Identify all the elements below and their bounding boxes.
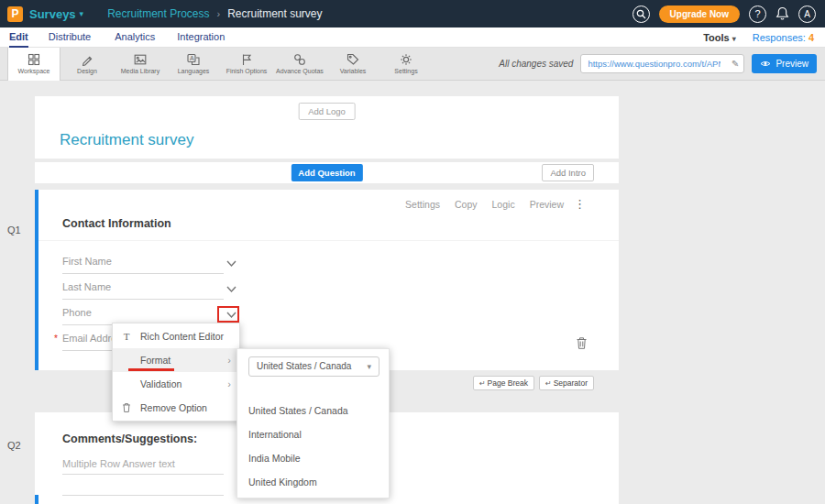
toolbar-label: Workspace xyxy=(18,68,50,74)
question-copy-button[interactable]: Copy xyxy=(455,199,478,210)
format-option-united-kingdom[interactable]: United Kingdom xyxy=(237,470,389,494)
toolbar-label: Media Library xyxy=(121,68,160,74)
variables-tag-icon xyxy=(346,53,359,66)
breadcrumb-separator: › xyxy=(217,8,221,19)
chevron-down-icon[interactable] xyxy=(226,259,237,268)
toolbar-item-design[interactable]: Design xyxy=(60,48,114,81)
tools-caret-icon: ▾ xyxy=(732,35,736,43)
add-intro-button[interactable]: Add Intro xyxy=(542,164,594,181)
question-more-menu-icon[interactable]: ⋮ xyxy=(574,197,586,211)
menu-item-label: Rich Content Editor xyxy=(140,331,224,342)
upgrade-now-button[interactable]: Upgrade Now xyxy=(659,5,740,23)
question-preview-button[interactable]: Preview xyxy=(530,199,564,210)
section-tabs: Edit Distribute Analytics Integration To… xyxy=(0,27,825,48)
quotas-chain-icon xyxy=(293,53,306,66)
tab-analytics[interactable]: Analytics xyxy=(115,27,155,48)
delete-question-trash-icon[interactable] xyxy=(576,336,588,350)
menu-item-label: Format xyxy=(140,355,170,366)
builder-toolbar: Workspace Design Media Library A Languag… xyxy=(0,48,825,81)
add-question-row: Add Question Add Intro xyxy=(35,162,619,183)
survey-url-input[interactable] xyxy=(581,59,720,69)
tab-edit[interactable]: Edit xyxy=(9,27,28,48)
toolbar-label: Finish Options xyxy=(226,68,268,74)
search-icon[interactable] xyxy=(632,5,650,23)
survey-url-box: ✎ xyxy=(580,54,744,73)
survey-canvas: Add Logo Recruitment survey Add Question… xyxy=(0,81,825,504)
menu-item-rich-content-editor[interactable]: T Rich Content Editor xyxy=(113,324,239,348)
user-avatar[interactable]: A xyxy=(798,5,816,23)
toolbar-label: Settings xyxy=(394,68,417,74)
toolbar-item-languages[interactable]: A Languages xyxy=(167,48,220,81)
topbar-actions: Upgrade Now ? A xyxy=(632,5,816,23)
toolbar-label: Languages xyxy=(178,68,210,74)
format-option-us-canada[interactable]: United States / Canada xyxy=(237,399,389,422)
tools-menu[interactable]: Tools ▾ xyxy=(703,32,736,43)
multi-row-answer-placeholder[interactable]: Multiple Row Answer text xyxy=(62,458,175,469)
toolbar-item-workspace[interactable]: Workspace xyxy=(7,48,60,81)
help-icon[interactable]: ? xyxy=(749,5,766,23)
languages-translate-icon: A xyxy=(187,53,200,66)
toolbar-item-media-library[interactable]: Media Library xyxy=(114,48,167,81)
answer-line xyxy=(62,474,224,475)
menu-item-validation[interactable]: Validation › xyxy=(113,372,239,396)
toolbar-item-variables[interactable]: Variables xyxy=(326,48,380,81)
edit-url-pencil-icon[interactable]: ✎ xyxy=(732,59,739,69)
question-logic-button[interactable]: Logic xyxy=(492,199,515,210)
add-logo-button[interactable]: Add Logo xyxy=(298,103,356,120)
surveys-menu[interactable]: Surveys xyxy=(29,7,76,21)
answer-line xyxy=(62,495,224,496)
field-row-last-name[interactable]: Last Name xyxy=(62,281,224,300)
format-submenu-panel: United States / Canada ▾ United States /… xyxy=(236,348,390,499)
menu-item-remove-option[interactable]: Remove Option xyxy=(113,396,239,420)
questionpro-logo-icon[interactable]: P xyxy=(7,6,23,22)
workspace-grid-icon xyxy=(28,53,40,66)
return-icon: ↵ xyxy=(545,379,552,388)
menu-item-label: Remove Option xyxy=(140,402,207,413)
settings-gear-icon xyxy=(400,53,412,66)
preview-button[interactable]: Preview xyxy=(752,54,817,73)
format-options-list: United States / Canada International Ind… xyxy=(237,399,389,494)
trash-icon xyxy=(113,402,140,413)
tab-distribute[interactable]: Distribute xyxy=(49,27,91,48)
format-select[interactable]: United States / Canada ▾ xyxy=(248,356,380,377)
question-divider xyxy=(38,240,619,241)
survey-builder-app: P Surveys ▾ Recruitment Process › Recrui… xyxy=(0,0,825,504)
separator-button[interactable]: ↵Separator xyxy=(539,376,594,390)
preview-label: Preview xyxy=(776,59,808,69)
question-settings-button[interactable]: Settings xyxy=(405,199,440,210)
question-badge-q2: Q2 xyxy=(7,440,21,451)
responses-link[interactable]: Responses: 4 xyxy=(753,32,814,43)
submenu-chevron-icon: › xyxy=(227,355,231,366)
select-caret-icon: ▾ xyxy=(367,357,371,376)
field-row-first-name[interactable]: First Name xyxy=(62,256,224,274)
responses-count: 4 xyxy=(808,32,814,43)
toolbar-item-settings[interactable]: Settings xyxy=(380,48,433,81)
question-title-q2[interactable]: Comments/Suggestions: xyxy=(62,433,197,445)
submenu-chevron-icon: › xyxy=(227,378,231,389)
return-icon: ↵ xyxy=(479,379,486,388)
breadcrumb-current: Recruitment survey xyxy=(227,7,322,20)
rich-text-icon: T xyxy=(113,331,140,342)
media-image-icon xyxy=(134,53,147,66)
required-asterisk: * xyxy=(54,334,58,344)
notifications-bell-icon[interactable] xyxy=(776,6,789,21)
svg-text:A: A xyxy=(190,55,194,61)
eye-icon xyxy=(760,60,771,68)
save-status-text: All changes saved xyxy=(499,59,573,69)
surveys-caret-icon[interactable]: ▾ xyxy=(80,9,84,18)
page-break-button[interactable]: ↵Page Break xyxy=(473,376,534,390)
tab-integration[interactable]: Integration xyxy=(177,27,225,48)
toolbar-item-advance-quotas[interactable]: Advance Quotas xyxy=(273,48,326,81)
format-option-india-mobile[interactable]: India Mobile xyxy=(237,446,389,470)
annotation-underline xyxy=(128,368,174,371)
format-option-international[interactable]: International xyxy=(237,422,389,446)
toolbar-item-finish-options[interactable]: Finish Options xyxy=(220,48,273,81)
survey-title[interactable]: Recruitment survey xyxy=(60,131,193,149)
survey-header-card: Add Logo Recruitment survey xyxy=(35,96,619,159)
add-question-button[interactable]: Add Question xyxy=(291,164,362,181)
toolbar-label: Design xyxy=(77,68,97,74)
question-title-q1[interactable]: Contact Information xyxy=(62,217,171,230)
question-actions: Settings Copy Logic Preview xyxy=(405,199,564,210)
chevron-down-icon[interactable] xyxy=(226,285,237,293)
breadcrumb-parent[interactable]: Recruitment Process xyxy=(107,7,209,20)
